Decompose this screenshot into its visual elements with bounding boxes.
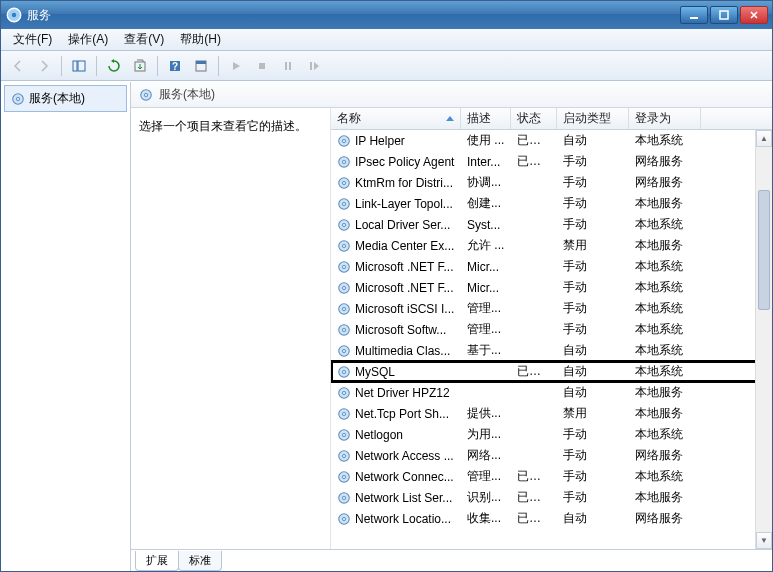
service-name: Multimedia Clas...	[355, 344, 450, 358]
start-service-button[interactable]	[224, 54, 248, 78]
service-row[interactable]: Microsoft .NET F...Micr...手动本地系统	[331, 256, 772, 277]
service-name: MySQL	[355, 365, 395, 379]
service-logon-cell: 本地系统	[629, 468, 701, 485]
service-row[interactable]: Network Connec...管理...已启动手动本地系统	[331, 466, 772, 487]
service-logon-cell: 本地服务	[629, 195, 701, 212]
service-row[interactable]: Net Driver HPZ12自动本地服务	[331, 382, 772, 403]
service-row[interactable]: Microsoft Softw...管理...手动本地系统	[331, 319, 772, 340]
service-row[interactable]: MySQL已启动自动本地系统	[331, 361, 772, 382]
vertical-scrollbar[interactable]: ▲ ▼	[755, 130, 772, 549]
pause-service-button[interactable]	[276, 54, 300, 78]
close-button[interactable]	[740, 6, 768, 24]
maximize-button[interactable]	[710, 6, 738, 24]
service-row[interactable]: Netlogon为用...手动本地系统	[331, 424, 772, 445]
service-icon	[337, 176, 351, 190]
service-name: Media Center Ex...	[355, 239, 454, 253]
service-logon-cell: 本地系统	[629, 321, 701, 338]
column-name[interactable]: 名称	[331, 108, 461, 129]
menu-file[interactable]: 文件(F)	[5, 29, 60, 50]
scroll-down-button[interactable]: ▼	[756, 532, 772, 549]
menu-view[interactable]: 查看(V)	[116, 29, 172, 50]
export-button[interactable]	[128, 54, 152, 78]
column-status[interactable]: 状态	[511, 108, 557, 129]
svg-point-56	[342, 517, 346, 521]
svg-point-48	[342, 433, 346, 437]
stop-service-button[interactable]	[250, 54, 274, 78]
svg-point-28	[342, 223, 346, 227]
service-logon-cell: 本地系统	[629, 132, 701, 149]
tab-extended[interactable]: 扩展	[135, 551, 179, 571]
service-desc-cell: 收集...	[461, 510, 511, 527]
svg-rect-4	[73, 61, 77, 71]
service-row[interactable]: KtmRm for Distri...协调...手动网络服务	[331, 172, 772, 193]
tree-pane: 服务(本地)	[1, 82, 131, 571]
service-icon	[337, 260, 351, 274]
service-row[interactable]: Local Driver Ser...Syst...手动本地系统	[331, 214, 772, 235]
service-desc-cell: 网络...	[461, 447, 511, 464]
svg-point-50	[342, 454, 346, 458]
service-icon	[337, 218, 351, 232]
column-startup[interactable]: 启动类型	[557, 108, 629, 129]
svg-point-26	[342, 202, 346, 206]
content-pane: 服务(本地) 选择一个项目来查看它的描述。 名称 描述 状态 启动类型 登录为 …	[131, 82, 772, 571]
svg-rect-5	[78, 61, 85, 71]
toolbar: ?	[1, 51, 772, 81]
show-hide-tree-button[interactable]	[67, 54, 91, 78]
service-startup-cell: 手动	[557, 279, 629, 296]
service-startup-cell: 手动	[557, 258, 629, 275]
service-name-cell: KtmRm for Distri...	[331, 176, 461, 190]
column-description[interactable]: 描述	[461, 108, 511, 129]
service-row[interactable]: Net.Tcp Port Sh...提供...禁用本地服务	[331, 403, 772, 424]
service-status-cell: 已启动	[511, 153, 557, 170]
service-desc-cell: 管理...	[461, 468, 511, 485]
menu-help[interactable]: 帮助(H)	[172, 29, 229, 50]
toolbar-separator	[61, 56, 62, 76]
service-icon	[337, 281, 351, 295]
service-row[interactable]: IPsec Policy AgentInter...已启动手动网络服务	[331, 151, 772, 172]
service-icon	[337, 197, 351, 211]
service-name: Net.Tcp Port Sh...	[355, 407, 449, 421]
service-name: Net Driver HPZ12	[355, 386, 450, 400]
svg-rect-13	[289, 62, 291, 70]
service-desc-cell: Micr...	[461, 260, 511, 274]
restart-service-button[interactable]	[302, 54, 326, 78]
service-row[interactable]: Media Center Ex...允许 ...禁用本地服务	[331, 235, 772, 256]
minimize-button[interactable]	[680, 6, 708, 24]
service-desc-cell: 协调...	[461, 174, 511, 191]
help-button[interactable]: ?	[163, 54, 187, 78]
tab-standard[interactable]: 标准	[178, 551, 222, 571]
service-name: Microsoft Softw...	[355, 323, 446, 337]
service-desc-cell: 管理...	[461, 300, 511, 317]
service-desc-cell: 管理...	[461, 321, 511, 338]
service-status-cell: 已启动	[511, 468, 557, 485]
service-startup-cell: 手动	[557, 300, 629, 317]
forward-button[interactable]	[32, 54, 56, 78]
svg-point-46	[342, 412, 346, 416]
tree-item-services-local[interactable]: 服务(本地)	[4, 85, 127, 112]
service-name-cell: IP Helper	[331, 134, 461, 148]
toolbar-separator	[218, 56, 219, 76]
service-row[interactable]: Multimedia Clas...基于...自动本地系统	[331, 340, 772, 361]
scroll-thumb[interactable]	[758, 190, 770, 310]
service-row[interactable]: Microsoft .NET F...Micr...手动本地系统	[331, 277, 772, 298]
service-row[interactable]: Network Access ...网络...手动网络服务	[331, 445, 772, 466]
service-row[interactable]: IP Helper使用 ...已启动自动本地系统	[331, 130, 772, 151]
service-name: Local Driver Ser...	[355, 218, 450, 232]
svg-point-18	[144, 93, 148, 97]
service-row[interactable]: Network Locatio...收集...已启动自动网络服务	[331, 508, 772, 529]
column-logon[interactable]: 登录为	[629, 108, 701, 129]
svg-rect-14	[310, 62, 312, 70]
svg-point-36	[342, 307, 346, 311]
service-icon	[337, 323, 351, 337]
back-button[interactable]	[6, 54, 30, 78]
properties-button[interactable]	[189, 54, 213, 78]
service-name: Network Locatio...	[355, 512, 451, 526]
services-icon	[139, 88, 153, 102]
service-row[interactable]: Microsoft iSCSI I...管理...手动本地系统	[331, 298, 772, 319]
scroll-up-button[interactable]: ▲	[756, 130, 772, 147]
service-row[interactable]: Network List Ser...识别...已启动手动本地服务	[331, 487, 772, 508]
refresh-button[interactable]	[102, 54, 126, 78]
column-headers: 名称 描述 状态 启动类型 登录为	[331, 108, 772, 130]
service-row[interactable]: Link-Layer Topol...创建...手动本地服务	[331, 193, 772, 214]
menu-action[interactable]: 操作(A)	[60, 29, 116, 50]
